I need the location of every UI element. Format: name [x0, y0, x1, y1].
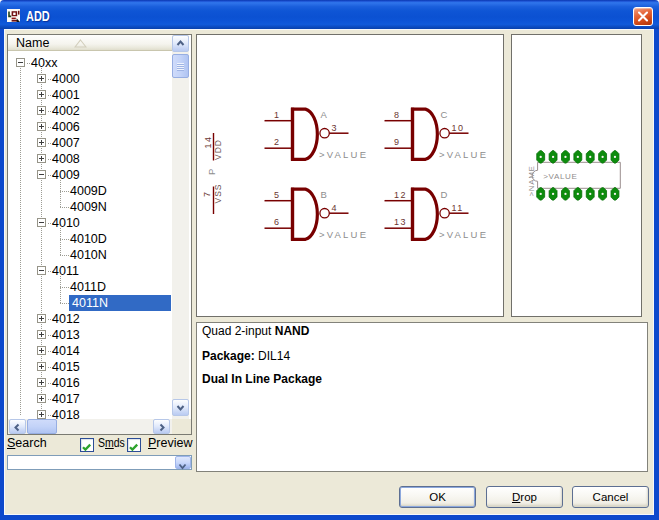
svg-text:7: 7 [202, 190, 212, 197]
svg-text:>VALUE: >VALUE [439, 149, 488, 160]
svg-text:VDD: VDD [213, 139, 223, 160]
svg-text:5: 5 [274, 190, 281, 200]
svg-text:9: 9 [394, 137, 401, 147]
svg-text:C: C [441, 109, 450, 120]
svg-text:>VALUE: >VALUE [319, 229, 368, 240]
svg-text:1: 1 [274, 110, 281, 120]
svg-text:B: B [321, 189, 330, 200]
svg-text:4: 4 [332, 203, 339, 213]
svg-text:8: 8 [394, 110, 401, 120]
svg-text:11: 11 [452, 203, 464, 213]
svg-text:D: D [441, 189, 450, 200]
svg-text:2: 2 [274, 137, 281, 147]
svg-text:>VALUE: >VALUE [319, 149, 368, 160]
svg-text:>VALUE: >VALUE [439, 229, 488, 240]
svg-text:3: 3 [332, 123, 339, 133]
svg-text:13: 13 [394, 217, 407, 227]
svg-text:>VALUE: >VALUE [543, 172, 577, 181]
svg-text:A: A [321, 109, 330, 120]
svg-text:6: 6 [274, 217, 281, 227]
svg-text:>NAME: >NAME [527, 165, 536, 196]
svg-text:12: 12 [394, 190, 407, 200]
svg-text:VSS: VSS [213, 183, 223, 203]
svg-text:P: P [206, 166, 217, 175]
svg-text:10: 10 [452, 123, 465, 133]
svg-text:14: 14 [203, 135, 213, 148]
